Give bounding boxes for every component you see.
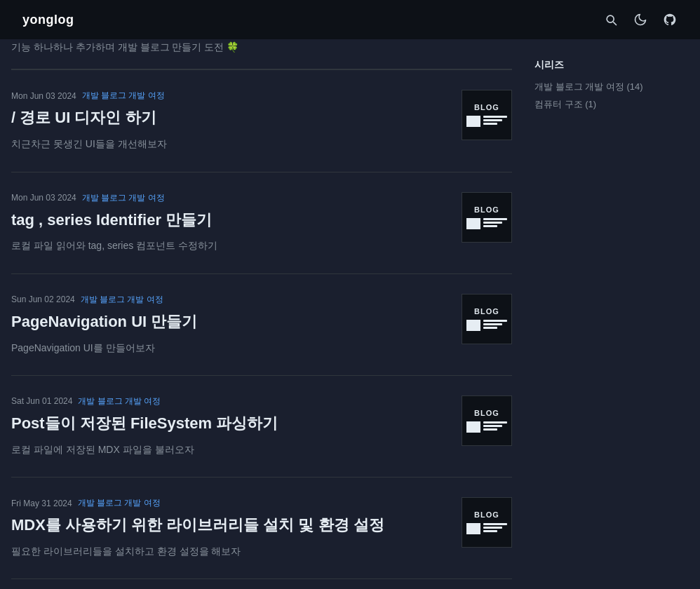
thumb-text-lines (483, 218, 507, 227)
thumb-line (483, 320, 507, 322)
post-tag[interactable]: 개발 블로그 개발 여정 (78, 395, 161, 407)
page-wrapper: 기능 하나하나 추가하며 개발 블로그 만들기 도전 🍀 Mon Jun 03 … (0, 39, 700, 579)
post-title-link[interactable]: / 경로 UI 디자인 하기 (11, 109, 156, 126)
thumb-box (466, 116, 480, 127)
post-tags: 개발 블로그 개발 여정 (81, 294, 163, 306)
thumb-line (483, 428, 497, 431)
thumb-text-lines (483, 421, 507, 431)
blog-thumbnail: BLOG (462, 90, 512, 140)
post-description: 로컬 파일 읽어와 tag, series 컴포넌트 수정하기 (11, 238, 450, 253)
post-content: Fri May 31 2024개발 블로그 개발 여정MDX를 사용하기 위한 … (11, 497, 450, 559)
sidebar-list: 개발 블로그 개발 여정 (14)컴퓨터 구조 (1) (534, 80, 689, 111)
post-date: Mon Jun 03 2024 (11, 193, 76, 203)
thumb-line (483, 323, 502, 325)
blog-thumbnail: BLOG (462, 395, 512, 446)
post-tag[interactable]: 개발 블로그 개발 여정 (82, 90, 165, 102)
post-title-link[interactable]: Post들이 저장된 FileSystem 파싱하기 (11, 414, 278, 432)
post-item: Sat Jun 01 2024개발 블로그 개발 여정Post들이 저장된 Fi… (11, 376, 512, 478)
thumb-box (466, 421, 480, 433)
post-tags: 개발 블로그 개발 여정 (78, 395, 161, 407)
thumb-box (466, 523, 480, 534)
post-content: Mon Jun 03 2024개발 블로그 개발 여정/ 경로 UI 디자인 하… (11, 90, 450, 151)
post-title-link[interactable]: PageNavigation UI 만들기 (11, 313, 197, 330)
thumb-label: BLOG (474, 510, 499, 519)
post-tags: 개발 블로그 개발 여정 (82, 192, 165, 204)
thumb-line (483, 527, 502, 529)
github-link[interactable] (662, 12, 678, 27)
post-tags: 개발 블로그 개발 여정 (82, 90, 165, 102)
thumb-inner (466, 116, 507, 127)
post-description-partial: 기능 하나하나 추가하며 개발 블로그 만들기 도전 🍀 (11, 39, 512, 55)
post-title: PageNavigation UI 만들기 (11, 311, 450, 333)
thumb-text-lines (483, 116, 507, 125)
sidebar-list-item: 컴퓨터 구조 (1) (534, 97, 689, 111)
site-header: yonglog (0, 0, 700, 39)
thumb-line (483, 425, 502, 427)
post-item: Sun Jun 02 2024개발 블로그 개발 여정PageNavigatio… (11, 274, 512, 376)
thumb-line (483, 225, 497, 227)
thumb-box (466, 320, 480, 331)
post-title-link[interactable]: tag , series Identifier 만들기 (11, 211, 212, 229)
post-meta: Mon Jun 03 2024개발 블로그 개발 여정 (11, 90, 450, 102)
thumb-label: BLOG (474, 205, 499, 214)
thumb-inner (466, 421, 507, 433)
sidebar-link[interactable]: 컴퓨터 구조 (1) (534, 99, 596, 109)
thumb-line (483, 123, 497, 125)
sidebar-title: 시리즈 (534, 59, 689, 72)
thumb-box (466, 218, 480, 229)
blog-thumbnail: BLOG (462, 192, 512, 243)
post-list: Mon Jun 03 2024개발 블로그 개발 여정/ 경로 UI 디자인 하… (11, 69, 512, 579)
thumb-line (483, 218, 507, 220)
post-date: Sun Jun 02 2024 (11, 294, 75, 304)
thumb-label: BLOG (474, 307, 499, 316)
post-item: Mon Jun 03 2024개발 블로그 개발 여정tag , series … (11, 172, 512, 274)
thumb-text-lines (483, 320, 507, 329)
thumb-line (483, 421, 507, 424)
post-description: PageNavigation UI를 만들어보자 (11, 340, 450, 356)
post-meta: Sun Jun 02 2024개발 블로그 개발 여정 (11, 294, 450, 306)
post-content: Sun Jun 02 2024개발 블로그 개발 여정PageNavigatio… (11, 294, 450, 356)
thumb-inner (466, 320, 507, 331)
blog-thumbnail: BLOG (462, 497, 512, 548)
post-meta: Fri May 31 2024개발 블로그 개발 여정 (11, 497, 450, 509)
post-title: / 경로 UI 디자인 하기 (11, 107, 450, 129)
post-description: 로컬 파일에 저장된 MDX 파일을 불러오자 (11, 442, 450, 457)
post-tag[interactable]: 개발 블로그 개발 여정 (81, 294, 163, 306)
post-tags: 개발 블로그 개발 여정 (78, 497, 161, 509)
post-item: Mon Jun 03 2024개발 블로그 개발 여정/ 경로 UI 디자인 하… (11, 69, 512, 172)
site-logo[interactable]: yonglog (22, 13, 74, 27)
post-description: 필요한 라이브러리들을 설치하고 환경 설정을 해보자 (11, 543, 450, 559)
post-item-partial: 기능 하나하나 추가하며 개발 블로그 만들기 도전 🍀 (11, 39, 512, 69)
post-date: Mon Jun 03 2024 (11, 91, 76, 101)
thumb-line (483, 119, 502, 121)
post-title: MDX를 사용하기 위한 라이브러리들 설치 및 환경 설정 (11, 515, 450, 536)
post-title: tag , series Identifier 만들기 (11, 210, 450, 231)
thumb-text-lines (483, 523, 507, 532)
thumb-line (483, 523, 507, 525)
header-actions (603, 12, 678, 27)
thumb-label: BLOG (474, 103, 499, 111)
post-title: Post들이 저장된 FileSystem 파싱하기 (11, 413, 450, 435)
thumb-line (483, 530, 497, 532)
thumb-inner (466, 523, 507, 534)
post-content: Mon Jun 03 2024개발 블로그 개발 여정tag , series … (11, 192, 450, 254)
theme-toggle-button[interactable] (633, 12, 648, 27)
post-tag[interactable]: 개발 블로그 개발 여정 (78, 497, 161, 509)
sidebar-list-item: 개발 블로그 개발 여정 (14) (534, 80, 689, 93)
thumb-inner (466, 218, 507, 229)
post-title-link[interactable]: MDX를 사용하기 위한 라이브러리들 설치 및 환경 설정 (11, 516, 384, 534)
thumb-line (483, 116, 507, 118)
sidebar-link[interactable]: 개발 블로그 개발 여정 (14) (534, 81, 643, 92)
thumb-line (483, 327, 497, 329)
thumb-line (483, 222, 502, 224)
sidebar: 시리즈 개발 블로그 개발 여정 (14)컴퓨터 구조 (1) (534, 39, 689, 579)
post-date: Sat Jun 01 2024 (11, 396, 72, 406)
blog-thumbnail: BLOG (462, 294, 512, 344)
post-meta: Sat Jun 01 2024개발 블로그 개발 여정 (11, 395, 450, 407)
post-content-partial: 기능 하나하나 추가하며 개발 블로그 만들기 도전 🍀 (11, 39, 512, 55)
post-meta: Mon Jun 03 2024개발 블로그 개발 여정 (11, 192, 450, 204)
search-button[interactable] (603, 12, 619, 27)
post-tag[interactable]: 개발 블로그 개발 여정 (82, 192, 165, 204)
post-content: Sat Jun 01 2024개발 블로그 개발 여정Post들이 저장된 Fi… (11, 395, 450, 457)
post-description: 치근차근 못생긴 UI들을 개선해보자 (11, 136, 450, 151)
